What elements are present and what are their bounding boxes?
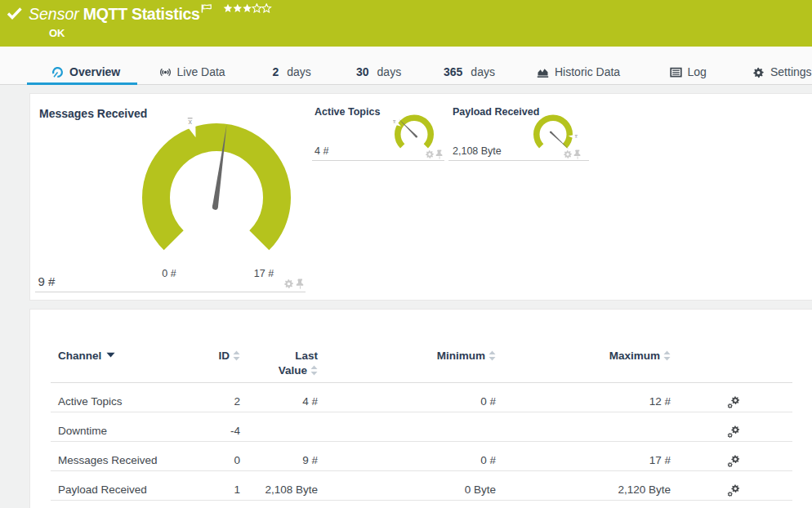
tab-days-number: 2 <box>273 65 279 78</box>
cell-channel[interactable]: Downtime <box>51 412 173 441</box>
column-header-id[interactable]: ID <box>173 340 243 382</box>
priority-stars[interactable] <box>223 2 272 16</box>
cell-id: -4 <box>173 412 243 441</box>
star-empty-icon[interactable] <box>262 4 271 12</box>
cell-maximum: 12 # <box>498 382 673 412</box>
cell-lastval: 2,108 Byte <box>243 470 320 500</box>
object-kind-label: Sensor <box>29 5 79 23</box>
tab-label: Settings <box>770 65 812 78</box>
tab-30-days[interactable]: 30days <box>356 65 401 78</box>
gauge-settings-gear-icon[interactable] <box>564 150 572 158</box>
cell-actions <box>673 441 792 470</box>
tab-label: Live Data <box>177 65 225 78</box>
column-header-label: ID <box>219 350 230 362</box>
gauge-icon <box>51 66 64 78</box>
flag-icon[interactable] <box>201 4 213 13</box>
gauge-pin-icon[interactable] <box>573 149 582 159</box>
status-ok-check-icon <box>7 7 23 20</box>
log-icon <box>670 66 682 78</box>
page-title: MQTT Statistics <box>83 5 200 23</box>
tab-settings[interactable]: Settings <box>752 65 812 78</box>
column-header-lastval[interactable]: Last Value <box>243 340 320 382</box>
cell-maximum <box>498 412 673 441</box>
cell-channel[interactable]: Payload Received <box>51 470 173 500</box>
gauge-pin-icon[interactable] <box>296 279 305 289</box>
star-filled-icon[interactable] <box>233 4 242 12</box>
tab-log[interactable]: Log <box>670 65 707 78</box>
gauge-arc <box>398 118 431 146</box>
star-filled-icon[interactable] <box>224 4 233 12</box>
tab-label: Historic Data <box>555 65 620 78</box>
cell-minimum: 0 # <box>320 382 498 412</box>
sort-toggle-icon[interactable] <box>489 350 496 361</box>
tab-overview[interactable]: Overview <box>51 65 120 78</box>
gauges-panel: Messages Received x 0 # 17 # 9 # Active … <box>29 93 812 301</box>
tab-days-number: 30 <box>356 65 369 78</box>
gauge-block-divider <box>312 160 444 161</box>
tab-live-data[interactable]: Live Data <box>159 65 225 78</box>
sensor-status-text: OK <box>49 27 65 39</box>
channel-settings-gears-icon[interactable] <box>727 455 740 468</box>
gauge-arc <box>537 118 570 146</box>
sort-active-caret-icon[interactable] <box>106 352 115 358</box>
channels-table-panel: ChannelIDLast ValueMinimumMaximum Active… <box>29 309 812 508</box>
tab-365-days[interactable]: 365days <box>444 65 495 78</box>
tab-label: Log <box>688 65 707 78</box>
channel-settings-gears-icon[interactable] <box>727 484 740 497</box>
column-header-channel[interactable]: Channel <box>51 340 173 382</box>
gauge-max-label: 17 # <box>239 268 288 279</box>
gauge-pin-icon[interactable] <box>435 149 444 159</box>
cell-channel[interactable]: Active Topics <box>51 382 173 412</box>
cell-lastval <box>243 412 320 441</box>
column-header-actions <box>673 340 792 382</box>
cell-actions <box>673 382 792 412</box>
table-row: Payload Received12,108 Byte0 Byte2,120 B… <box>51 470 792 500</box>
gauge-settings-gear-icon[interactable] <box>426 150 434 158</box>
tab-label: Overview <box>69 65 120 78</box>
gauge-block-divider <box>35 292 306 292</box>
cell-maximum: 17 # <box>498 441 673 470</box>
gauge-value-payload-received: 2,108 Byte <box>453 145 502 157</box>
star-filled-icon[interactable] <box>243 4 252 12</box>
tab-historic-data[interactable]: Historic Data <box>537 65 620 78</box>
star-empty-icon[interactable] <box>252 4 261 12</box>
tab-days-number: 365 <box>444 65 462 78</box>
cell-minimum: 0 Byte <box>320 470 498 500</box>
gear-icon <box>752 66 765 78</box>
table-row: Messages Received09 #0 #17 # <box>51 441 792 470</box>
column-header-label: Maximum <box>609 350 660 362</box>
cell-channel[interactable]: Messages Received <box>51 441 173 470</box>
sort-toggle-icon[interactable] <box>233 350 240 361</box>
column-header-maximum[interactable]: Maximum <box>498 340 673 382</box>
gauge-messages-received: x <box>132 112 303 256</box>
sort-toggle-icon[interactable] <box>310 365 318 376</box>
gauge-title-active-topics: Active Topics <box>315 106 380 118</box>
gauge-min-label: 0 # <box>145 268 194 279</box>
cell-maximum: 2,120 Byte <box>498 470 673 500</box>
table-row: Downtime-4 <box>51 412 792 441</box>
cell-lastval: 4 # <box>243 382 320 412</box>
gauge-block-divider <box>448 160 589 161</box>
cell-id: 1 <box>173 470 243 500</box>
area-chart-icon <box>537 66 549 78</box>
tab-label: days <box>287 65 311 78</box>
cell-lastval: 9 # <box>243 441 320 470</box>
cell-minimum <box>320 412 498 441</box>
tab-label: days <box>471 65 495 78</box>
gauge-value-active-topics: 4 # <box>315 145 328 157</box>
gauge-value-messages-received: 9 # <box>38 274 56 288</box>
column-header-minimum[interactable]: Minimum <box>320 340 498 382</box>
tab-2-days[interactable]: 2days <box>273 65 311 78</box>
tab-bar: OverviewLive Data2days30days365daysHisto… <box>0 47 812 85</box>
table-row: Active Topics24 #0 #12 # <box>51 382 792 412</box>
column-header-label: Minimum <box>437 350 485 362</box>
gauge-settings-gear-icon[interactable] <box>284 279 293 288</box>
sensor-status-header: SensorMQTT Statistics OK <box>0 0 812 47</box>
column-header-label: Channel <box>58 350 101 362</box>
cell-id: 2 <box>173 382 243 412</box>
channel-settings-gears-icon[interactable] <box>727 426 740 439</box>
channel-settings-gears-icon[interactable] <box>727 396 740 409</box>
sort-toggle-icon[interactable] <box>663 350 671 361</box>
cell-actions <box>673 412 792 441</box>
channels-table: ChannelIDLast ValueMinimumMaximum Active… <box>51 340 792 501</box>
